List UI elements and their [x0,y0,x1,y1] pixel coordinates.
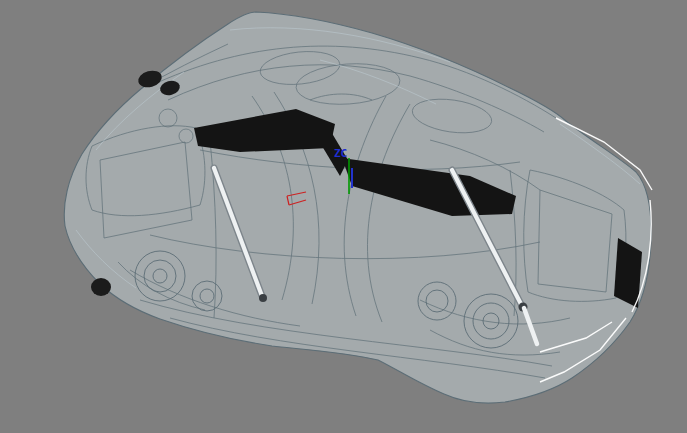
knob-bottom-left [91,278,111,296]
pin-cap-left [259,294,267,302]
cad-viewport[interactable]: ZC [0,0,687,433]
z-axis-label: ZC [334,147,347,160]
cad-canvas: ZC [0,0,687,433]
